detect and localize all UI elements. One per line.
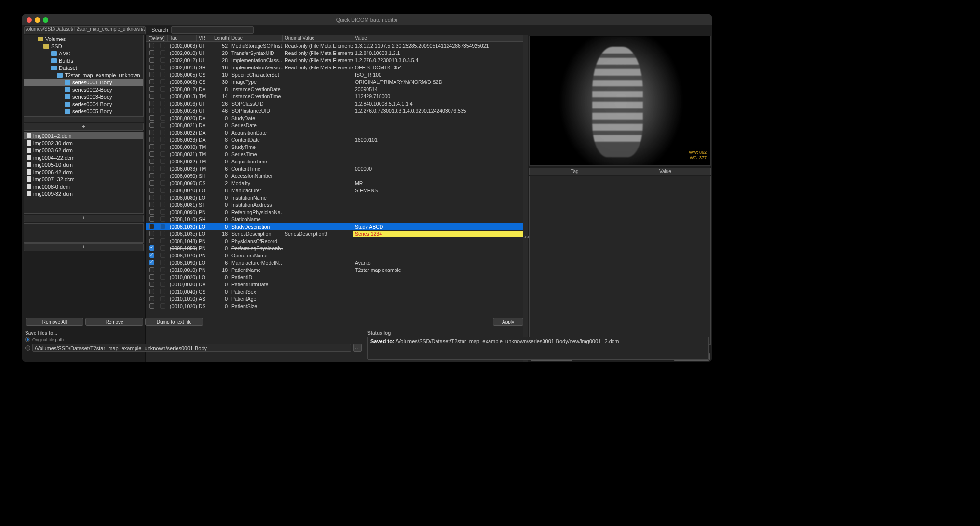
- cell-value[interactable]: 1.2.276.0.7230010.3.1.4.0.9290.124240307…: [353, 108, 528, 114]
- cell-value[interactable]: 1.2.840.10008.5.1.4.1.1.4: [353, 101, 528, 107]
- delete-checkbox[interactable]: [149, 238, 154, 243]
- delete-checkbox[interactable]: [149, 57, 154, 63]
- cell-value[interactable]: T2star map example: [353, 267, 528, 273]
- grid-row[interactable]: (0008,0032)TM0AcquisitionTime: [146, 158, 528, 165]
- aux-checkbox[interactable]: [160, 245, 165, 251]
- aux-checkbox[interactable]: [160, 260, 165, 265]
- aux-checkbox[interactable]: [160, 209, 165, 215]
- dicom-tag-grid[interactable]: [Delete] Tag VR Length Desc Original Val…: [146, 35, 528, 362]
- grid-row[interactable]: (0008,0031)TM0SeriesTime: [146, 150, 528, 158]
- cell-value[interactable]: 16000101: [353, 137, 528, 143]
- delete-checkbox[interactable]: [149, 188, 154, 193]
- aux-checkbox[interactable]: [160, 289, 165, 294]
- col-header-tag[interactable]: Tag: [168, 35, 197, 41]
- tree-item[interactable]: series0004-Body: [24, 100, 143, 108]
- cell-value[interactable]: MR: [353, 180, 528, 186]
- tree-item[interactable]: Dataset: [24, 64, 143, 71]
- tree-item[interactable]: Builds: [24, 57, 143, 64]
- tree-item[interactable]: series0002-Body: [24, 86, 143, 93]
- file-item[interactable]: img0001--2.dcm: [24, 132, 143, 139]
- grid-row[interactable]: (0008,0016)UI26SOPClassUID1.2.840.10008.…: [146, 100, 528, 107]
- aux-checkbox[interactable]: [160, 267, 165, 272]
- delete-checkbox[interactable]: [149, 94, 154, 99]
- delete-checkbox[interactable]: [149, 65, 154, 70]
- delete-checkbox[interactable]: [149, 144, 154, 149]
- aux-checkbox[interactable]: [160, 86, 165, 92]
- aux-checkbox[interactable]: [160, 43, 165, 48]
- aux-checkbox[interactable]: [160, 151, 165, 157]
- delete-checkbox[interactable]: [149, 173, 154, 178]
- aux-checkbox[interactable]: [160, 94, 165, 99]
- grid-row[interactable]: (0010,1010)AS0PatientAge: [146, 295, 528, 302]
- file-add-button[interactable]: +: [24, 215, 144, 222]
- delete-checkbox[interactable]: [149, 303, 154, 309]
- cell-value[interactable]: Avanto: [353, 260, 528, 266]
- delete-checkbox[interactable]: [149, 137, 154, 142]
- grid-row[interactable]: (0010,1020)DS0PatientSize: [146, 302, 528, 310]
- grid-row[interactable]: (0010,0010)PN18PatientNameT2star map exa…: [146, 266, 528, 273]
- delete-checkbox[interactable]: [149, 274, 154, 280]
- aux-checkbox[interactable]: [160, 180, 165, 186]
- delete-checkbox[interactable]: [149, 289, 154, 294]
- remove-all-button[interactable]: Remove All: [26, 318, 83, 326]
- aux-checkbox[interactable]: [160, 173, 165, 178]
- radio-custom[interactable]: [25, 345, 30, 351]
- delete-checkbox[interactable]: [149, 151, 154, 157]
- sel-add-button[interactable]: +: [24, 243, 144, 251]
- grid-row[interactable]: (0008,0033)TM6ContentTime000000: [146, 165, 528, 172]
- image-preview[interactable]: WW: 862 WC: 377: [529, 36, 711, 166]
- file-item[interactable]: img0009-32.dcm: [24, 190, 143, 197]
- grid-row[interactable]: (0008,1050)PN0PerformingPhysicianN…: [146, 244, 528, 252]
- send-to-override-icon[interactable]: >>: [524, 234, 530, 240]
- aux-checkbox[interactable]: [160, 195, 165, 200]
- delete-checkbox[interactable]: [149, 159, 154, 164]
- col-header-value[interactable]: Value: [353, 35, 528, 41]
- dump-button[interactable]: Dump to text file: [145, 318, 203, 326]
- aux-checkbox[interactable]: [160, 296, 165, 301]
- grid-row[interactable]: (0008,0080)LO0InstitutionName: [146, 194, 528, 201]
- file-item[interactable]: img0006-42.dcm: [24, 168, 143, 175]
- tree-item[interactable]: AMC: [24, 50, 143, 57]
- file-item[interactable]: img0003-62.dcm: [24, 147, 143, 154]
- aux-checkbox[interactable]: [160, 50, 165, 55]
- delete-checkbox[interactable]: [149, 101, 154, 106]
- delete-checkbox[interactable]: [149, 79, 154, 84]
- cell-value[interactable]: Series 1234: [353, 231, 528, 237]
- col-header-length[interactable]: Length: [212, 35, 230, 41]
- col-header-vr[interactable]: VR: [197, 35, 212, 41]
- grid-row[interactable]: (0010,0030)DA0PatientBirthDate: [146, 281, 528, 288]
- remove-button[interactable]: Remove: [85, 318, 143, 326]
- cell-value[interactable]: ISO_IR 100: [353, 72, 528, 78]
- tree-item[interactable]: T2star_map_example_unknown: [24, 71, 143, 79]
- aux-checkbox[interactable]: [160, 253, 165, 258]
- grid-row[interactable]: (0008,1090)LO6ManufacturerModelN…Avanto: [146, 259, 528, 266]
- aux-checkbox[interactable]: [160, 122, 165, 128]
- delete-checkbox[interactable]: [149, 108, 154, 113]
- aux-checkbox[interactable]: [160, 274, 165, 280]
- aux-checkbox[interactable]: [160, 72, 165, 77]
- selection-list[interactable]: [24, 223, 144, 243]
- delete-checkbox[interactable]: [149, 130, 154, 135]
- grid-row[interactable]: (0008,0022)DA0AcquisitionDate: [146, 129, 528, 136]
- apply-button[interactable]: Apply: [493, 318, 523, 326]
- aux-checkbox[interactable]: [160, 303, 165, 309]
- grid-row[interactable]: (0008,1070)PN0OperatorsName: [146, 252, 528, 259]
- status-log[interactable]: Saved to: /Volumes/SSD/Dataset/T2star_ma…: [368, 337, 709, 360]
- aux-checkbox[interactable]: [160, 202, 165, 207]
- delete-checkbox[interactable]: [149, 202, 154, 207]
- cell-value[interactable]: 1.2.276.0.7230010.3.0.3.5.4: [353, 57, 528, 63]
- delete-checkbox[interactable]: [149, 245, 154, 251]
- browse-button[interactable]: …: [353, 344, 362, 352]
- save-path-input[interactable]: [32, 344, 351, 352]
- delete-checkbox[interactable]: [149, 86, 154, 92]
- grid-row[interactable]: (0008,103e)LO18SeriesDescriptionSeriesDe…: [146, 230, 528, 237]
- delete-checkbox[interactable]: [149, 231, 154, 236]
- tree-item[interactable]: SSD: [24, 42, 143, 50]
- cell-value[interactable]: 112429.718000: [353, 94, 528, 99]
- aux-checkbox[interactable]: [160, 108, 165, 113]
- grid-row[interactable]: (0010,0040)CS0PatientSex: [146, 288, 528, 295]
- delete-checkbox[interactable]: [149, 195, 154, 200]
- aux-checkbox[interactable]: [160, 159, 165, 164]
- tree-item[interactable]: Volumes: [24, 35, 143, 42]
- delete-checkbox[interactable]: [149, 260, 154, 265]
